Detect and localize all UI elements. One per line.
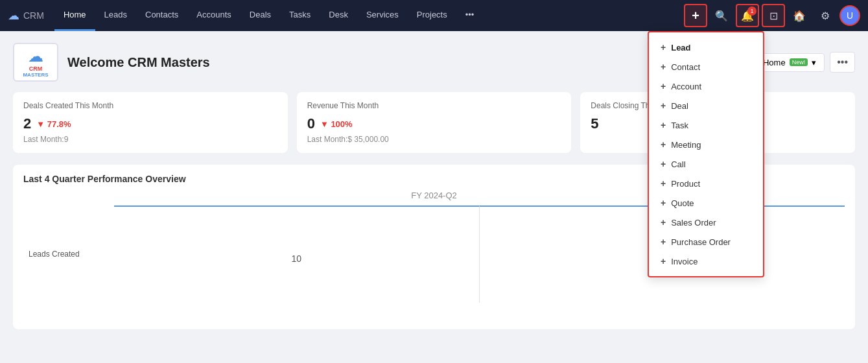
- revenue-sub: Last Month:$ 35,000.00: [307, 135, 561, 144]
- nav-projects[interactable]: Projects: [408, 0, 456, 31]
- logo-text: CRM: [23, 10, 44, 21]
- deals-created-value: 2 ▼ 77.8%: [23, 115, 277, 132]
- layout-button[interactable]: ⊡: [762, 4, 785, 27]
- nav-home[interactable]: Home: [54, 0, 95, 31]
- chart-col1-value: 10: [291, 253, 301, 264]
- nav-services[interactable]: Services: [357, 0, 408, 31]
- notification-button[interactable]: 🔔 1: [736, 4, 759, 27]
- deals-closing-number: 5: [591, 115, 598, 132]
- add-button[interactable]: +: [684, 4, 707, 27]
- deals-created-label: Deals Created This Month: [23, 101, 277, 110]
- nav-more[interactable]: •••: [456, 0, 484, 31]
- plus-icon: +: [661, 198, 666, 208]
- nav-contacts[interactable]: Contacts: [136, 0, 187, 31]
- bookmark-button[interactable]: 🏠: [788, 4, 811, 27]
- crm-icon: ☁: [8, 8, 19, 23]
- dropdown-deal[interactable]: + Deal: [649, 96, 763, 115]
- nav-accounts[interactable]: Accounts: [187, 0, 240, 31]
- dropdown-deal-label: Deal: [671, 101, 688, 111]
- dropdown-invoice[interactable]: + Invoice: [649, 252, 763, 271]
- top-nav: ☁ CRM Home Leads Contacts Accounts Deals…: [0, 0, 868, 31]
- deals-created-number: 2: [23, 115, 31, 132]
- plus-icon: +: [661, 139, 666, 150]
- plus-icon: +: [661, 120, 666, 130]
- dropdown-purchaseorder-label: Purchase Order: [671, 237, 731, 247]
- nav-tasks[interactable]: Tasks: [280, 0, 320, 31]
- dropdown-quote-label: Quote: [671, 198, 694, 208]
- deals-created-card: Deals Created This Month 2 ▼ 77.8% Last …: [13, 92, 288, 153]
- chevron-down-icon: ▾: [812, 58, 816, 67]
- plus-icon: +: [661, 42, 666, 53]
- dropdown-task-label: Task: [671, 121, 688, 130]
- dropdown-purchaseorder[interactable]: + Purchase Order: [649, 232, 763, 252]
- new-badge: New!: [790, 58, 808, 66]
- revenue-card: Revenue This Month 0 ▼ 100% Last Month:$…: [297, 92, 572, 153]
- avatar[interactable]: U: [839, 5, 860, 26]
- deals-created-sub: Last Month:9: [23, 135, 277, 144]
- nav-leads[interactable]: Leads: [95, 0, 136, 31]
- plus-icon: +: [661, 81, 666, 91]
- plus-icon: +: [661, 237, 666, 247]
- plus-icon: +: [661, 178, 666, 189]
- crm-logo[interactable]: ☁ CRM: [8, 8, 44, 23]
- dropdown-account[interactable]: + Account: [649, 76, 763, 96]
- dropdown-product-label: Product: [671, 179, 700, 189]
- plus-icon: +: [661, 100, 666, 111]
- dropdown-salesorder[interactable]: + Sales Order: [649, 213, 763, 232]
- dropdown-product[interactable]: + Product: [649, 174, 763, 193]
- dropdown-contact[interactable]: + Contact: [649, 57, 763, 76]
- settings-button[interactable]: ⚙: [814, 4, 837, 27]
- dropdown-invoice-label: Invoice: [671, 257, 698, 266]
- search-button[interactable]: 🔍: [710, 4, 733, 27]
- nav-deals[interactable]: Deals: [240, 0, 280, 31]
- create-dropdown: + Lead + Contact + Account + Deal + Task…: [648, 31, 764, 277]
- dropdown-lead-label: Lead: [671, 43, 690, 53]
- welcome-title: Welcome CRM Masters: [67, 55, 210, 70]
- dropdown-call[interactable]: + Call: [649, 154, 763, 174]
- dropdown-meeting[interactable]: + Meeting: [649, 135, 763, 154]
- revenue-number: 0: [307, 115, 315, 132]
- dropdown-account-label: Account: [671, 82, 701, 91]
- plus-icon: +: [661, 159, 666, 169]
- dropdown-quote[interactable]: + Quote: [649, 193, 763, 213]
- notification-badge: 1: [747, 6, 757, 16]
- company-logo: ☁ CRM MASTERS: [13, 43, 58, 82]
- revenue-trend: ▼ 100%: [320, 119, 353, 129]
- nav-links: Home Leads Contacts Accounts Deals Tasks…: [54, 0, 684, 31]
- dropdown-call-label: Call: [671, 159, 685, 169]
- revenue-value: 0 ▼ 100%: [307, 115, 561, 132]
- header-left: ☁ CRM MASTERS Welcome CRM Masters: [13, 43, 210, 82]
- nav-desk[interactable]: Desk: [320, 0, 357, 31]
- dropdown-contact-label: Contact: [671, 62, 700, 72]
- nav-right: + 🔍 🔔 1 ⊡ 🏠 ⚙ U: [684, 4, 860, 27]
- more-options-button[interactable]: •••: [830, 52, 855, 73]
- plus-icon: +: [661, 217, 666, 228]
- dropdown-task[interactable]: + Task: [649, 115, 763, 135]
- dropdown-meeting-label: Meeting: [671, 140, 701, 150]
- dropdown-lead[interactable]: + Lead: [649, 38, 763, 57]
- deals-created-trend: ▼ 77.8%: [36, 119, 71, 129]
- dropdown-salesorder-label: Sales Order: [671, 218, 716, 228]
- plus-icon: +: [661, 256, 666, 266]
- plus-icon: +: [661, 62, 666, 72]
- revenue-label: Revenue This Month: [307, 101, 561, 110]
- chart-row-label: Leads Created: [23, 205, 114, 303]
- chart-col1: 10: [114, 205, 480, 303]
